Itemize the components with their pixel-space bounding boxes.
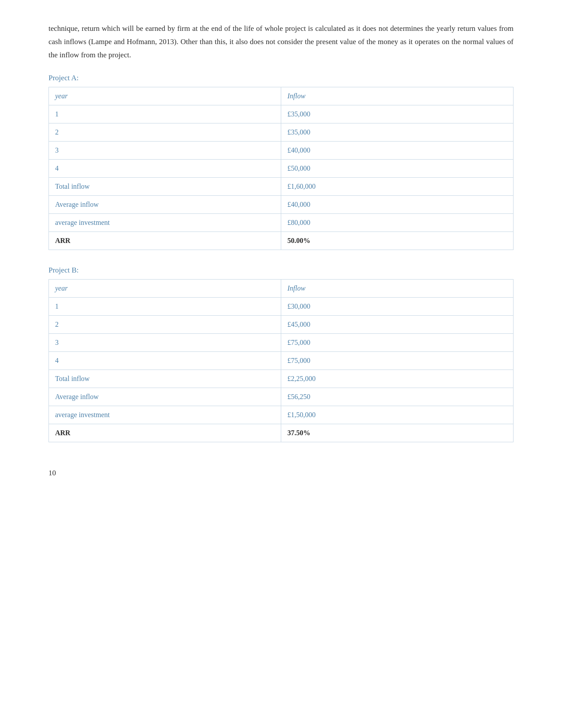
table-cell: £1,60,000: [281, 178, 514, 196]
table-row: 1£30,000: [49, 298, 514, 316]
table-cell: 2: [49, 123, 281, 142]
table-cell: £1,50,000: [281, 406, 514, 424]
table-row: 2£35,000: [49, 123, 514, 142]
project-b-table: yearInflow1£30,0002£45,0003£75,0004£75,0…: [48, 279, 514, 442]
table-cell: 1: [49, 105, 281, 123]
table-cell: 4: [49, 160, 281, 178]
table-cell: £35,000: [281, 123, 514, 142]
table-header-cell: year: [49, 87, 281, 105]
table-cell: Average inflow: [49, 196, 281, 214]
table-cell: £35,000: [281, 105, 514, 123]
table-row: average investment£1,50,000: [49, 406, 514, 424]
table-cell: 4: [49, 352, 281, 370]
table-cell: £50,000: [281, 160, 514, 178]
table-row: 3£75,000: [49, 334, 514, 352]
table-header-cell: year: [49, 280, 281, 298]
table-row: 4£50,000: [49, 160, 514, 178]
project-a-heading: Project A:: [48, 74, 514, 82]
table-cell: ARR: [49, 424, 281, 442]
table-row: average investment£80,000: [49, 214, 514, 232]
intro-paragraph: technique, return which will be earned b…: [48, 22, 514, 61]
project-a-table: yearInflow1£35,0002£35,0003£40,0004£50,0…: [48, 87, 514, 250]
page-number: 10: [48, 469, 514, 478]
table-cell: £80,000: [281, 214, 514, 232]
table-row: Total inflow£1,60,000: [49, 178, 514, 196]
table-row: 4£75,000: [49, 352, 514, 370]
table-row: 2£45,000: [49, 316, 514, 334]
table-row: 1£35,000: [49, 105, 514, 123]
table-row: ARR37.50%: [49, 424, 514, 442]
table-cell: 50.00%: [281, 232, 514, 250]
table-cell: 37.50%: [281, 424, 514, 442]
table-cell: 1: [49, 298, 281, 316]
table-cell: 3: [49, 142, 281, 160]
table-cell: Average inflow: [49, 388, 281, 406]
table-cell: £75,000: [281, 352, 514, 370]
table-cell: Total inflow: [49, 370, 281, 388]
table-cell: £45,000: [281, 316, 514, 334]
table-cell: £56,250: [281, 388, 514, 406]
table-cell: Total inflow: [49, 178, 281, 196]
table-cell: £30,000: [281, 298, 514, 316]
table-cell: average investment: [49, 406, 281, 424]
table-row: ARR50.00%: [49, 232, 514, 250]
table-cell: 3: [49, 334, 281, 352]
table-cell: 2: [49, 316, 281, 334]
table-row: Average inflow£40,000: [49, 196, 514, 214]
table-cell: £40,000: [281, 142, 514, 160]
table-row: Average inflow£56,250: [49, 388, 514, 406]
table-cell: ARR: [49, 232, 281, 250]
table-cell: £40,000: [281, 196, 514, 214]
table-cell: £2,25,000: [281, 370, 514, 388]
table-header-cell: Inflow: [281, 280, 514, 298]
table-header-cell: Inflow: [281, 87, 514, 105]
table-cell: average investment: [49, 214, 281, 232]
table-row: Total inflow£2,25,000: [49, 370, 514, 388]
project-b-heading: Project B:: [48, 266, 514, 275]
table-cell: £75,000: [281, 334, 514, 352]
table-row: 3£40,000: [49, 142, 514, 160]
